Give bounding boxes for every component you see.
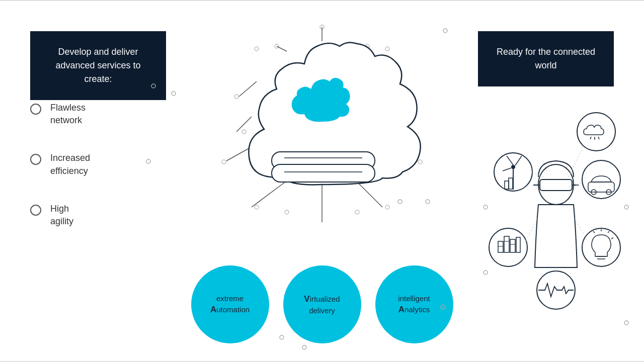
svg-rect-28 bbox=[272, 164, 375, 182]
svg-line-69 bbox=[574, 181, 583, 187]
virtualized-delivery-circle: Virtualizeddelivery bbox=[283, 265, 361, 343]
bullet-circle bbox=[30, 104, 41, 115]
svg-line-18 bbox=[239, 81, 257, 97]
svg-line-22 bbox=[226, 147, 252, 161]
bullet-circle-3 bbox=[30, 205, 41, 216]
extreme-automation-text: extremeAutomation bbox=[210, 293, 250, 316]
svg-point-81 bbox=[280, 335, 284, 339]
svg-point-31 bbox=[538, 164, 574, 205]
dot-4 bbox=[397, 197, 403, 206]
dot-9 bbox=[440, 303, 445, 312]
bullet-item-agility: Highagility bbox=[30, 203, 90, 228]
bullet-label-efficiency: Increasedefficiency bbox=[50, 152, 90, 177]
svg-point-85 bbox=[441, 305, 445, 309]
svg-point-74 bbox=[624, 205, 628, 209]
svg-point-79 bbox=[146, 159, 150, 163]
svg-point-76 bbox=[624, 321, 628, 325]
right-box: Ready for the connected world bbox=[478, 31, 614, 86]
svg-point-41 bbox=[511, 165, 515, 169]
bullet-label-flawless: Flawlessnetwork bbox=[50, 102, 86, 127]
dot-6 bbox=[302, 343, 307, 352]
svg-point-59 bbox=[582, 228, 620, 266]
svg-point-9 bbox=[285, 210, 289, 214]
dot-7 bbox=[443, 26, 448, 35]
bullet-item-flawless: Flawlessnetwork bbox=[30, 102, 90, 127]
svg-point-3 bbox=[234, 95, 238, 99]
bullet-item-efficiency: Increasedefficiency bbox=[30, 152, 90, 177]
dot-8 bbox=[425, 197, 430, 206]
dot-1 bbox=[151, 81, 156, 90]
right-box-text: Ready for the connected world bbox=[497, 47, 595, 70]
svg-point-10 bbox=[355, 210, 359, 214]
dot-3 bbox=[146, 157, 151, 166]
right-illustration bbox=[480, 107, 631, 328]
dot-2 bbox=[171, 89, 176, 98]
svg-point-77 bbox=[151, 84, 155, 88]
svg-point-82 bbox=[302, 345, 306, 349]
extreme-automation-circle: extremeAutomation bbox=[191, 265, 269, 343]
svg-rect-32 bbox=[540, 179, 572, 191]
right-icons-svg bbox=[480, 107, 631, 328]
svg-point-80 bbox=[398, 200, 402, 204]
svg-point-13 bbox=[242, 130, 246, 134]
svg-point-84 bbox=[426, 200, 430, 204]
svg-point-7 bbox=[255, 205, 259, 209]
bullet-circle-2 bbox=[30, 154, 41, 165]
svg-point-8 bbox=[385, 205, 389, 209]
svg-point-2 bbox=[385, 47, 389, 51]
bullet-label-agility: Highagility bbox=[50, 203, 73, 228]
svg-point-51 bbox=[489, 228, 527, 266]
svg-point-47 bbox=[582, 160, 620, 199]
left-box: Develop and deliver advanced services to… bbox=[30, 31, 166, 100]
svg-point-78 bbox=[172, 92, 176, 96]
dot-5 bbox=[279, 333, 284, 342]
svg-point-83 bbox=[443, 29, 447, 33]
bullet-list: Flawlessnetwork Increasedefficiency High… bbox=[30, 102, 90, 228]
virtualized-delivery-text: Virtualizeddelivery bbox=[304, 293, 340, 316]
svg-point-73 bbox=[484, 205, 488, 209]
left-box-text: Develop and deliver advanced services to… bbox=[55, 47, 140, 84]
svg-point-35 bbox=[577, 113, 615, 151]
svg-point-75 bbox=[484, 270, 488, 275]
intelligent-analytics-text: intelligentAnalytics bbox=[398, 293, 430, 316]
svg-point-1 bbox=[255, 47, 259, 51]
svg-line-67 bbox=[569, 147, 583, 177]
svg-point-5 bbox=[222, 160, 226, 164]
cloud-diagram bbox=[206, 16, 438, 227]
svg-line-16 bbox=[277, 46, 287, 51]
svg-point-6 bbox=[418, 160, 422, 164]
